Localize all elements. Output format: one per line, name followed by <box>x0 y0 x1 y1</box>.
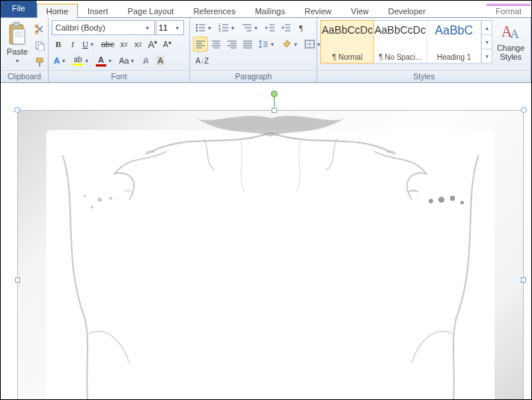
font-size-combo[interactable]: 11▾ <box>156 20 184 35</box>
inserted-picture[interactable] <box>17 110 524 399</box>
paste-button[interactable]: Paste ▾ <box>4 20 31 66</box>
bucket-icon <box>281 40 292 49</box>
decrease-indent-button[interactable] <box>263 20 278 35</box>
tab-review[interactable]: Review <box>295 4 341 18</box>
group-label-font: Font <box>49 70 189 82</box>
grow-font-button[interactable]: A▴ <box>146 37 160 52</box>
style-name: ¶ Normal <box>332 53 362 61</box>
align-right-button[interactable] <box>224 37 239 52</box>
paste-dropdown-icon[interactable]: ▾ <box>13 58 21 64</box>
tab-strip: File Home Insert Page Layout References … <box>1 1 531 18</box>
tab-mailings[interactable]: Mailings <box>245 4 295 18</box>
highlight-color-button[interactable]: ab▾ <box>70 53 93 68</box>
underline-button[interactable]: U▾ <box>80 37 98 52</box>
style-no-spacing[interactable]: AaBbCcDc ¶ No Spaci... <box>373 21 427 63</box>
svg-point-57 <box>97 197 102 202</box>
line-spacing-button[interactable]: ▾ <box>256 37 278 52</box>
highlighter-icon: ab <box>73 55 82 64</box>
svg-point-61 <box>438 197 444 203</box>
group-label-clipboard: Clipboard <box>1 70 48 82</box>
tab-developer[interactable]: Developer <box>379 4 435 18</box>
sort-icon: A↓Z <box>195 57 209 65</box>
outdent-icon <box>265 23 275 32</box>
group-paragraph: ▾ 123▾ ▾ ¶ ▾ ▾ ▾ A↓Z Paragraph <box>190 18 317 82</box>
resize-handle-mr[interactable] <box>521 277 526 283</box>
tab-view[interactable]: View <box>341 4 379 18</box>
numbering-button[interactable]: 123▾ <box>216 20 239 35</box>
multilevel-icon <box>242 23 252 32</box>
italic-button[interactable]: I <box>66 37 79 52</box>
style-preview: AaBbC <box>435 24 473 37</box>
copy-icon <box>34 40 45 51</box>
indent-icon <box>281 23 291 32</box>
sort-button[interactable]: A↓Z <box>193 53 211 68</box>
group-styles: AaBbCcDc ¶ Normal AaBbCcDc ¶ No Spaci...… <box>317 18 531 82</box>
show-marks-button[interactable]: ¶ <box>294 20 308 35</box>
svg-rect-9 <box>38 44 44 51</box>
multilevel-list-button[interactable]: ▾ <box>239 20 262 35</box>
gallery-scroll[interactable]: ▴ ▾ ▾ <box>481 21 492 63</box>
resize-handle-ml[interactable] <box>15 277 20 283</box>
shading-button[interactable]: ▾ <box>279 37 302 52</box>
shrink-font-button[interactable]: A▾ <box>160 37 174 52</box>
svg-point-12 <box>196 24 198 25</box>
align-center-button[interactable] <box>209 37 224 52</box>
character-shading-button[interactable]: A <box>153 53 167 68</box>
svg-point-64 <box>460 201 464 205</box>
subscript-button[interactable]: x2 <box>117 37 131 52</box>
strikethrough-button[interactable]: abc <box>99 37 117 52</box>
align-right-icon <box>227 40 237 49</box>
align-center-icon <box>211 40 221 49</box>
style-normal[interactable]: AaBbCcDc ¶ Normal <box>320 20 374 64</box>
tab-references[interactable]: References <box>183 4 245 18</box>
paste-icon <box>7 22 28 46</box>
svg-point-16 <box>196 30 198 31</box>
justify-button[interactable] <box>240 37 255 52</box>
svg-point-60 <box>84 195 86 197</box>
tab-file[interactable]: File <box>1 0 37 17</box>
bold-button[interactable]: B <box>52 37 65 52</box>
resize-handle-tr[interactable] <box>521 107 527 113</box>
document-canvas[interactable] <box>1 83 531 399</box>
gallery-more-icon[interactable]: ▾ <box>482 49 492 63</box>
change-styles-label: Change Styles <box>497 44 525 61</box>
rotation-connector <box>274 96 275 107</box>
svg-text:A: A <box>510 28 519 40</box>
text-effects-button[interactable]: A▾ <box>52 53 70 68</box>
superscript-button[interactable]: x2 <box>132 37 145 52</box>
tab-home[interactable]: Home <box>37 4 78 18</box>
style-heading-1[interactable]: AaBbC Heading 1 <box>427 21 481 63</box>
styles-gallery[interactable]: AaBbCcDc ¶ Normal AaBbCcDc ¶ No Spaci...… <box>320 20 492 64</box>
picture-flourish-art <box>18 111 523 399</box>
svg-point-58 <box>109 197 112 200</box>
cut-button[interactable] <box>32 22 47 37</box>
gallery-down-icon[interactable]: ▾ <box>482 35 492 49</box>
font-name-combo[interactable]: Calibri (Body)▾ <box>52 20 155 35</box>
font-color-button[interactable]: A▾ <box>94 53 116 68</box>
format-painter-button[interactable] <box>32 55 47 70</box>
change-case-button[interactable]: Aa▾ <box>117 53 138 68</box>
svg-text:3: 3 <box>218 28 221 32</box>
font-name-value: Calibri (Body) <box>55 23 106 32</box>
ribbon: Paste ▾ Clipboard Calibri (Body)▾ 11▾ <box>1 18 531 83</box>
increase-indent-button[interactable] <box>278 20 293 35</box>
gallery-up-icon[interactable]: ▴ <box>482 21 492 35</box>
numbering-icon: 123 <box>218 23 229 32</box>
pilcrow-icon: ¶ <box>299 23 303 32</box>
justify-icon <box>242 40 253 49</box>
align-left-button[interactable] <box>193 37 208 52</box>
chevron-down-icon: ▾ <box>174 25 181 31</box>
tab-insert[interactable]: Insert <box>78 4 118 18</box>
bullets-button[interactable]: ▾ <box>193 20 215 35</box>
copy-button[interactable] <box>32 38 47 53</box>
resize-handle-tl[interactable] <box>14 107 20 113</box>
change-styles-button[interactable]: AA Change Styles <box>494 20 528 63</box>
style-name: Heading 1 <box>437 53 471 61</box>
resize-handle-tm[interactable] <box>272 108 277 113</box>
tab-page-layout[interactable]: Page Layout <box>118 4 184 18</box>
rotation-handle[interactable] <box>271 90 278 97</box>
svg-point-63 <box>450 196 455 201</box>
clear-formatting-button[interactable]: A̷ <box>139 53 153 68</box>
font-size-value: 11 <box>159 23 168 32</box>
tab-format-contextual[interactable]: Format <box>486 4 531 18</box>
